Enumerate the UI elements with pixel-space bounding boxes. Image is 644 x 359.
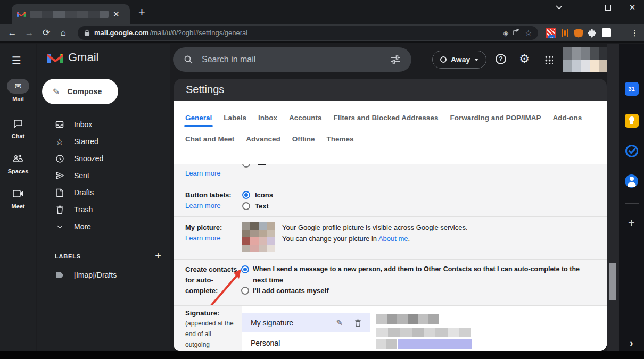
tab-chat-meet[interactable]: Chat and Meet bbox=[185, 135, 234, 143]
tab-accounts[interactable]: Accounts bbox=[289, 114, 322, 122]
browser-window: ✕ + — ✕ ← → ⟳ ⌂ mail.google.com /mail/u/… bbox=[0, 0, 644, 359]
search-filters-icon[interactable] bbox=[390, 55, 401, 64]
tab-filters[interactable]: Filters and Blocked Addresses bbox=[334, 114, 439, 122]
create-label-button[interactable]: + bbox=[155, 250, 161, 262]
sidebar-item-drafts[interactable]: Drafts bbox=[37, 184, 170, 201]
browser-profile-avatar[interactable] bbox=[615, 27, 626, 39]
row-button-labels: Button labels: Learn more Icons Text bbox=[174, 185, 607, 217]
extension-icon-white-square[interactable] bbox=[601, 28, 612, 38]
rail-item-mail[interactable]: ✉ Mail bbox=[0, 79, 36, 102]
auto-add-option-line1: When I send a message to a new person, a… bbox=[253, 265, 607, 273]
row-signature: Signature: (appended at the end of all o… bbox=[174, 306, 607, 351]
home-button[interactable]: ⌂ bbox=[56, 26, 70, 40]
tab-offline[interactable]: Offline bbox=[292, 135, 315, 143]
apps-grid-icon bbox=[544, 55, 553, 64]
extensions-puzzle-icon[interactable] bbox=[587, 28, 598, 38]
search-input[interactable]: Search in mail bbox=[202, 55, 382, 64]
google-apps-button[interactable] bbox=[541, 52, 555, 66]
settings-body: General Labels Inbox Accounts Filters an… bbox=[174, 101, 607, 351]
signature-note-3: outgoing bbox=[185, 341, 210, 348]
sidebar-item-starred[interactable]: ☆ Starred bbox=[37, 133, 170, 150]
clock-icon bbox=[55, 154, 64, 163]
maximize-button[interactable] bbox=[604, 3, 612, 12]
tasks-icon bbox=[625, 145, 638, 157]
sidebar-item-sent[interactable]: Sent bbox=[37, 167, 170, 184]
learn-more-link[interactable]: Learn more bbox=[185, 234, 220, 242]
settings-rows: Learn more Button labels: Learn more Ico… bbox=[174, 164, 607, 351]
sidebar-item-trash[interactable]: Trash bbox=[37, 201, 170, 218]
gmail-logo-icon bbox=[47, 52, 63, 64]
search-bar[interactable]: Search in mail bbox=[173, 47, 411, 72]
settings-gear-button[interactable]: ⚙ bbox=[517, 52, 531, 66]
signature-item-selected[interactable]: My signature ✎ bbox=[242, 313, 370, 332]
tab-addons[interactable]: Add-ons bbox=[552, 114, 582, 122]
about-me-link[interactable]: About me bbox=[378, 235, 408, 243]
metamask-fox-icon[interactable] bbox=[573, 28, 584, 38]
bookmark-star-icon[interactable]: ☆ bbox=[525, 29, 532, 37]
delete-signature-icon[interactable] bbox=[354, 319, 361, 327]
signature-label: Signature: bbox=[185, 309, 219, 317]
tab-advanced[interactable]: Advanced bbox=[246, 135, 280, 143]
tasks-panel-button[interactable] bbox=[619, 145, 644, 157]
main-area: Search in mail Away ? ⚙ bbox=[170, 44, 619, 351]
scrollbar-thumb[interactable] bbox=[609, 263, 616, 300]
reload-button[interactable]: ⟳ bbox=[39, 26, 53, 40]
rail-item-meet[interactable]: Meet bbox=[0, 186, 36, 210]
keep-icon bbox=[625, 114, 639, 128]
extension-icon-red[interactable]: 0 bbox=[546, 28, 556, 38]
get-addons-button[interactable]: + bbox=[619, 216, 644, 230]
collapse-panel-button[interactable]: › bbox=[619, 337, 644, 349]
edit-signature-icon[interactable]: ✎ bbox=[336, 318, 343, 328]
radio-icons[interactable] bbox=[242, 191, 250, 199]
calendar-panel-button[interactable]: 31 bbox=[619, 82, 644, 96]
meet-icon bbox=[13, 190, 23, 197]
sidebar-item-inbox[interactable]: Inbox bbox=[37, 116, 170, 133]
sidebar-label-imap-drafts[interactable]: [Imap]/Drafts bbox=[55, 267, 117, 283]
trash-icon bbox=[55, 205, 64, 214]
privacy-badge-icon[interactable]: ◈ bbox=[503, 29, 509, 37]
sidebar-item-snoozed[interactable]: Snoozed bbox=[37, 150, 170, 167]
tab-labels[interactable]: Labels bbox=[224, 114, 246, 122]
new-tab-button[interactable]: + bbox=[138, 5, 145, 19]
address-bar[interactable]: mail.google.com /mail/u/0/?ogbl#settings… bbox=[78, 26, 538, 40]
learn-more-link[interactable]: Learn more bbox=[185, 202, 220, 210]
status-selector[interactable]: Away bbox=[432, 51, 486, 69]
share-icon[interactable] bbox=[513, 28, 521, 37]
gear-icon: ⚙ bbox=[519, 52, 530, 66]
keep-panel-button[interactable] bbox=[619, 114, 644, 128]
tab-general[interactable]: General bbox=[185, 114, 212, 122]
partial-text-fragment bbox=[258, 164, 266, 165]
window-dropdown-icon[interactable] bbox=[555, 3, 563, 12]
minimize-button[interactable]: — bbox=[579, 3, 588, 12]
help-button[interactable]: ? bbox=[494, 52, 508, 66]
rail-item-chat[interactable]: Chat bbox=[0, 116, 36, 139]
main-menu-icon[interactable]: ☰ bbox=[12, 54, 24, 67]
browser-tab[interactable]: ✕ bbox=[12, 4, 130, 24]
tab-inbox[interactable]: Inbox bbox=[258, 114, 277, 122]
back-button[interactable]: ← bbox=[5, 26, 19, 40]
radio-text[interactable] bbox=[242, 202, 250, 210]
compose-button[interactable]: ✎ Compose bbox=[42, 79, 118, 104]
spaces-icon bbox=[12, 154, 24, 163]
extension-icon-orange[interactable] bbox=[559, 28, 570, 38]
close-window-button[interactable]: ✕ bbox=[628, 3, 637, 12]
signature-item-personal[interactable]: Personal bbox=[251, 339, 280, 347]
scrollbar-track[interactable] bbox=[607, 44, 619, 351]
tab-themes[interactable]: Themes bbox=[327, 135, 354, 143]
tab-close-icon[interactable]: ✕ bbox=[113, 10, 120, 18]
browser-menu-icon[interactable]: ⋮ bbox=[631, 28, 639, 38]
add-myself-option-label: I'll add contacts myself bbox=[253, 287, 329, 295]
button-labels-label: Button labels: bbox=[185, 191, 232, 199]
rail-item-spaces[interactable]: Spaces bbox=[0, 151, 36, 174]
chevron-down-icon bbox=[55, 222, 64, 231]
partial-radio bbox=[242, 164, 250, 168]
tab-forwarding[interactable]: Forwarding and POP/IMAP bbox=[450, 114, 541, 122]
forward-button[interactable]: → bbox=[22, 26, 36, 40]
browser-toolbar: ← → ⟳ ⌂ mail.google.com /mail/u/0/?ogbl#… bbox=[0, 24, 644, 43]
learn-more-link[interactable]: Learn more bbox=[185, 169, 220, 177]
sidebar-item-more[interactable]: More bbox=[37, 218, 170, 235]
contacts-panel-button[interactable] bbox=[619, 174, 644, 188]
gmail-logo: Gmail bbox=[47, 51, 98, 64]
mail-icon: ✉ bbox=[15, 81, 22, 91]
bottom-bar bbox=[0, 351, 644, 359]
